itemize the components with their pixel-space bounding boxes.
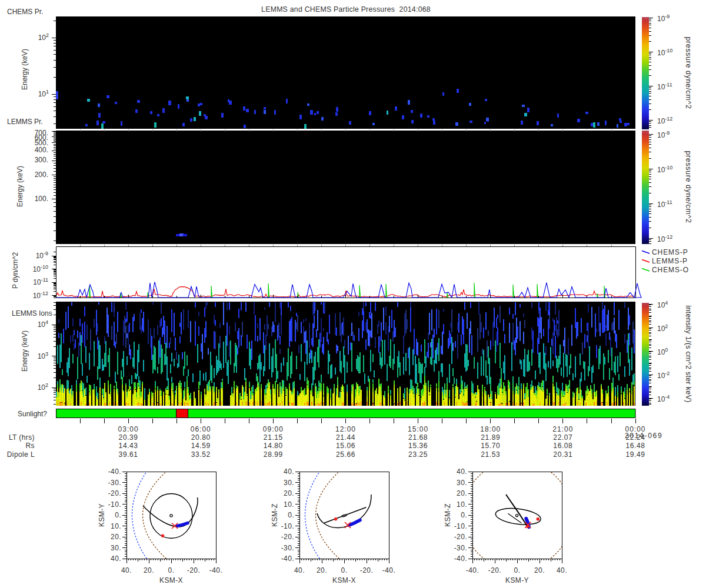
svg-text:14.43: 14.43 (119, 442, 138, 450)
svg-text:10.: 10. (111, 522, 121, 530)
svg-text:14.80: 14.80 (264, 442, 283, 450)
svg-text:16.08: 16.08 (553, 442, 572, 450)
svg-text:20.80: 20.80 (191, 433, 211, 442)
svg-text:40.: 40. (294, 566, 305, 574)
svg-text:15.06: 15.06 (336, 442, 355, 450)
svg-text:20.: 20. (111, 533, 121, 541)
svg-text:25.66: 25.66 (336, 450, 355, 459)
svg-text:0.: 0. (288, 511, 294, 519)
svg-text:Sunlight?: Sunlight? (18, 410, 47, 418)
svg-text:10.: 10. (457, 500, 467, 509)
svg-text:CHEMS Pr.: CHEMS Pr. (7, 8, 43, 16)
svg-text:20.: 20. (534, 566, 545, 574)
svg-text:18:00: 18:00 (480, 425, 501, 433)
svg-text:0.: 0. (115, 511, 121, 519)
svg-text:LT (hrs): LT (hrs) (9, 433, 35, 442)
svg-text:06:00: 06:00 (191, 425, 211, 433)
svg-text:16.48: 16.48 (625, 442, 645, 450)
svg-text:23.25: 23.25 (408, 450, 428, 459)
svg-text:-10.: -10. (108, 500, 121, 509)
svg-text:Energy (keV): Energy (keV) (21, 330, 29, 372)
svg-text:03:00: 03:00 (118, 425, 139, 433)
svg-text:09:00: 09:00 (263, 425, 284, 433)
svg-text:LEMMS Ions: LEMMS Ions (12, 309, 52, 318)
svg-text:-40.: -40. (108, 467, 121, 476)
svg-text:200.: 200. (35, 171, 48, 179)
svg-text:LEMMS-P: LEMMS-P (652, 257, 688, 265)
svg-text:KSM-Y: KSM-Y (505, 576, 529, 584)
svg-text:30.: 30. (284, 479, 294, 487)
svg-text:100.: 100. (35, 195, 48, 203)
svg-text:20.31: 20.31 (553, 450, 572, 459)
svg-text:21.53: 21.53 (481, 450, 500, 459)
svg-text:19.49: 19.49 (625, 450, 645, 459)
svg-text:400.: 400. (35, 146, 48, 154)
svg-text:15.70: 15.70 (481, 442, 500, 450)
svg-text:39.61: 39.61 (119, 450, 138, 459)
svg-text:KSM-Z: KSM-Z (271, 503, 279, 526)
svg-text:-20.: -20. (454, 533, 467, 541)
svg-text:21.15: 21.15 (264, 433, 283, 442)
svg-text:15:00: 15:00 (408, 425, 428, 433)
svg-text:-20.: -20. (108, 489, 121, 497)
svg-text:30.: 30. (457, 479, 467, 487)
svg-text:KSM-Y: KSM-Y (98, 503, 106, 527)
svg-text:KSM-X: KSM-X (332, 576, 356, 584)
svg-text:-40.: -40. (454, 554, 467, 563)
svg-text:-20.: -20. (281, 533, 294, 541)
svg-text:40.: 40. (457, 467, 467, 476)
svg-text:-10.: -10. (281, 522, 294, 530)
svg-text:-20.: -20. (488, 566, 501, 574)
svg-text:-40.: -40. (382, 566, 395, 574)
svg-text:-40.: -40. (209, 566, 222, 574)
svg-text:-20.: -20. (187, 566, 200, 574)
svg-text:0.: 0. (514, 566, 521, 574)
svg-text:40.: 40. (121, 566, 132, 574)
svg-text:pressure dyne/cm^2: pressure dyne/cm^2 (684, 151, 692, 223)
svg-text:0.: 0. (461, 511, 467, 519)
svg-text:20.: 20. (317, 566, 327, 574)
svg-text:KSM-X: KSM-X (159, 576, 183, 584)
svg-text:-30.: -30. (108, 479, 121, 487)
svg-text:CHEMS-O: CHEMS-O (652, 266, 689, 274)
svg-text:CHEMS-P: CHEMS-P (652, 248, 688, 256)
svg-text:22.07: 22.07 (553, 433, 572, 442)
svg-text:Energy (keV): Energy (keV) (16, 166, 24, 207)
svg-text:10.: 10. (284, 500, 294, 509)
svg-text:LEMMS and CHEMS Particle Press: LEMMS and CHEMS Particle Pressures 2014:… (261, 5, 431, 14)
svg-text:33.52: 33.52 (191, 450, 211, 459)
svg-text:LEMMS Pr.: LEMMS Pr. (7, 118, 43, 126)
svg-text:21:00: 21:00 (552, 425, 573, 433)
svg-text:pressure dyne/cm^2: pressure dyne/cm^2 (684, 37, 692, 109)
svg-text:40.: 40. (557, 566, 567, 574)
svg-text:Rs: Rs (26, 442, 35, 450)
svg-text:-30.: -30. (281, 544, 294, 552)
svg-text:28.99: 28.99 (264, 450, 283, 459)
svg-text:20.: 20. (284, 489, 294, 497)
svg-text:300.: 300. (35, 156, 48, 164)
svg-text:Dipole L: Dipole L (7, 450, 35, 459)
svg-text:0.: 0. (168, 566, 175, 574)
svg-text:30.: 30. (111, 544, 121, 552)
svg-text:P dyn/cm^2: P dyn/cm^2 (11, 252, 19, 289)
svg-text:21.44: 21.44 (336, 433, 355, 442)
svg-text:20.: 20. (457, 489, 467, 497)
svg-text:12:00: 12:00 (335, 425, 356, 433)
svg-text:-30.: -30. (454, 544, 467, 552)
svg-text:20.39: 20.39 (119, 433, 138, 442)
svg-text:intensity 1/(s cm^2 ster keV): intensity 1/(s cm^2 ster keV) (684, 305, 692, 402)
svg-text:14.59: 14.59 (191, 442, 211, 450)
svg-text:15.36: 15.36 (408, 442, 428, 450)
svg-text:40.: 40. (111, 554, 121, 563)
svg-text:21.68: 21.68 (408, 433, 428, 442)
svg-text:0.: 0. (341, 566, 348, 574)
svg-text:-20.: -20. (360, 566, 373, 574)
svg-text:40.: 40. (284, 467, 294, 476)
svg-text:-10.: -10. (454, 522, 467, 530)
svg-text:21.89: 21.89 (481, 433, 500, 442)
svg-text:-40.: -40. (466, 566, 479, 574)
svg-text:-40.: -40. (281, 554, 294, 563)
svg-text:20.: 20. (144, 566, 154, 574)
svg-text:KSM-Z: KSM-Z (444, 503, 452, 526)
svg-text:Energy (keV): Energy (keV) (21, 49, 29, 90)
